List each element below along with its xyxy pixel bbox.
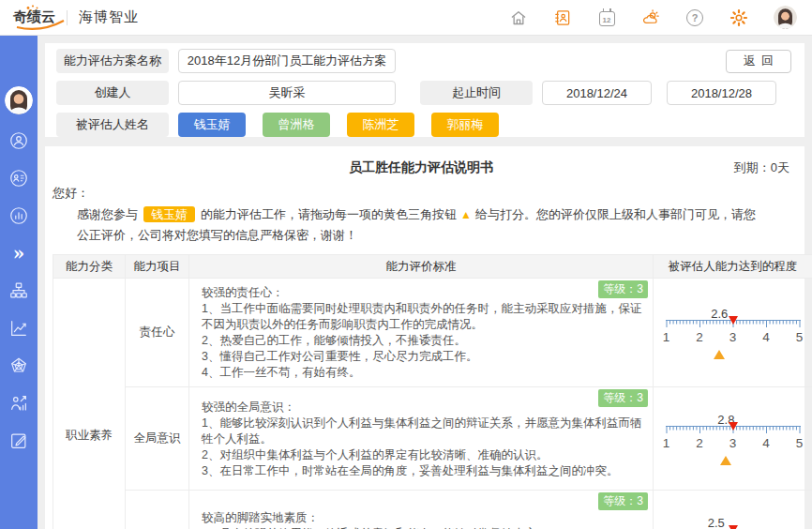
target-marker bbox=[729, 525, 738, 529]
weather-icon[interactable] bbox=[641, 8, 660, 27]
score-value: 2.6 bbox=[711, 307, 728, 320]
notice-section: 员工胜任能力评估说明书 到期：0天 您好： 感谢您参与钱玉婧的能力评估工作，请拖… bbox=[45, 154, 804, 245]
radar-icon[interactable] bbox=[8, 355, 30, 377]
criteria-text: 较高的脚踏实地素质：1、具有较强的抗干扰、抗诱惑的意识和能力，能够时常坚持本心。… bbox=[202, 510, 643, 529]
col-header-category: 能力分类 bbox=[53, 255, 126, 279]
table-row: 职业素养 责任心 等级：3 较强的责任心：1、当工作中面临需要同时处理职责内和职… bbox=[53, 279, 812, 387]
highlighted-evaluatee-name: 钱玉婧 bbox=[143, 206, 195, 222]
date-range-label: 起止时间 bbox=[420, 81, 533, 105]
target-marker bbox=[729, 316, 738, 325]
start-date-input[interactable] bbox=[542, 81, 652, 105]
criteria-text: 较强的全局意识：1、能够比较深刻认识到个人利益与集体利益之间的辩证关系，并愿意为… bbox=[202, 400, 643, 479]
plan-name-input[interactable] bbox=[178, 49, 396, 73]
stats-icon[interactable] bbox=[8, 204, 30, 227]
plan-form-card: 能力评估方案名称 返回 创建人 起止时间 被评估人姓名 钱玉婧 曾洲格 陈洲芝 … bbox=[45, 43, 804, 137]
main-content: 能力评估方案名称 返回 创建人 起止时间 被评估人姓名 钱玉婧 曾洲格 陈洲芝 … bbox=[38, 36, 812, 529]
grade-badge: 等级：3 bbox=[598, 389, 648, 407]
user-avatar[interactable] bbox=[774, 6, 797, 29]
app-window: 奇绩云 海博智业 12 bbox=[0, 0, 812, 529]
members-icon[interactable] bbox=[8, 129, 30, 152]
notice-title: 员工胜任能力评估说明书 bbox=[53, 159, 789, 176]
home-icon[interactable] bbox=[509, 8, 528, 27]
evaluation-card: 员工胜任能力评估说明书 到期：0天 您好： 感谢您参与钱玉婧的能力评估工作，请拖… bbox=[45, 146, 804, 529]
achievement-icon[interactable] bbox=[8, 392, 30, 415]
score-ruler bbox=[663, 320, 804, 329]
expand-chevron-icon[interactable] bbox=[8, 242, 30, 264]
grade-badge: 等级：3 bbox=[598, 280, 648, 298]
score-gauge: 2.6 12345 bbox=[663, 307, 804, 359]
notice-text: 的能力评估工作，请拖动每一项的黄色三角按钮 bbox=[201, 207, 457, 221]
edit-icon[interactable] bbox=[8, 430, 30, 452]
evaluatee-tag[interactable]: 陈洲芝 bbox=[347, 113, 414, 137]
ability-category: 职业素养 bbox=[53, 279, 126, 529]
profile-icon[interactable] bbox=[8, 167, 30, 189]
col-header-item: 能力项目 bbox=[126, 255, 189, 279]
grade-badge: 等级：3 bbox=[598, 492, 648, 510]
col-header-score: 被评估人能力达到的程度 bbox=[654, 255, 812, 279]
evaluatees-label: 被评估人姓名 bbox=[56, 113, 169, 137]
criteria-text: 较强的责任心：1、当工作中面临需要同时处理职责内和职责外的任务时，能主动采取应对… bbox=[202, 285, 643, 381]
table-row: 全局意识 等级：3 较强的全局意识：1、能够比较深刻认识到个人利益与集体利益之间… bbox=[53, 387, 812, 491]
evaluatee-tag[interactable]: 郭丽梅 bbox=[431, 113, 499, 137]
creator-input[interactable] bbox=[178, 81, 396, 105]
settings-gear-icon[interactable] bbox=[729, 8, 748, 27]
calendar-day: 12 bbox=[603, 16, 611, 25]
company-name: 海博智业 bbox=[79, 8, 139, 26]
col-header-criteria: 能力评价标准 bbox=[189, 255, 654, 279]
score-value: 2.5 bbox=[708, 516, 725, 529]
yellow-triangle-glyph: ▲ bbox=[460, 208, 472, 221]
evaluatee-tag[interactable]: 钱玉婧 bbox=[178, 113, 246, 137]
score-gauge: 2.5 12345 bbox=[663, 516, 804, 529]
creator-label: 创建人 bbox=[56, 81, 169, 105]
sidebar-user-avatar[interactable] bbox=[5, 86, 33, 114]
end-date-input[interactable] bbox=[667, 81, 776, 105]
evaluation-table: 能力分类 能力项目 能力评价标准 被评估人能力达到的程度 职业素养 责任心 等级… bbox=[53, 254, 812, 529]
score-ruler bbox=[663, 426, 804, 435]
score-gauge: 2.8 12345 bbox=[663, 413, 804, 465]
table-row: 脚踏实地 等级：3 较高的脚踏实地素质：1、具有较强的抗干扰、抗诱惑的意识和能力… bbox=[53, 491, 812, 529]
topbar-icons: 12 bbox=[509, 6, 797, 29]
plan-name-label: 能力评估方案名称 bbox=[56, 49, 169, 73]
scale-labels: 12345 bbox=[663, 436, 804, 451]
scale-labels: 12345 bbox=[663, 330, 804, 345]
score-handle[interactable] bbox=[720, 456, 731, 465]
contacts-icon[interactable] bbox=[553, 8, 572, 27]
ability-item: 脚踏实地 bbox=[126, 491, 189, 529]
table-header-row: 能力分类 能力项目 能力评价标准 被评估人能力达到的程度 bbox=[53, 255, 812, 279]
due-countdown: 到期：0天 bbox=[734, 159, 789, 176]
evaluatee-tag[interactable]: 曾洲格 bbox=[263, 113, 330, 137]
notice-text: 感谢您参与 bbox=[77, 207, 138, 221]
score-handle[interactable] bbox=[714, 350, 725, 359]
greeting-text: 您好： bbox=[53, 185, 789, 202]
help-icon[interactable] bbox=[685, 8, 704, 27]
calendar-icon[interactable]: 12 bbox=[597, 8, 616, 27]
top-header: 奇绩云 海博智业 12 bbox=[0, 0, 812, 36]
org-chart-icon[interactable] bbox=[8, 280, 30, 302]
left-sidebar bbox=[0, 36, 38, 529]
back-button[interactable]: 返回 bbox=[726, 50, 791, 73]
logo-text: 奇绩云 bbox=[13, 8, 55, 26]
target-marker bbox=[729, 422, 738, 431]
ability-item: 责任心 bbox=[126, 279, 189, 387]
notice-body: 感谢您参与钱玉婧的能力评估工作，请拖动每一项的黄色三角按钮▲给与打分。您的评价仅… bbox=[77, 204, 767, 245]
ability-item: 全局意识 bbox=[126, 387, 189, 491]
brand-logo[interactable]: 奇绩云 bbox=[13, 8, 55, 26]
trend-icon[interactable] bbox=[8, 317, 30, 340]
